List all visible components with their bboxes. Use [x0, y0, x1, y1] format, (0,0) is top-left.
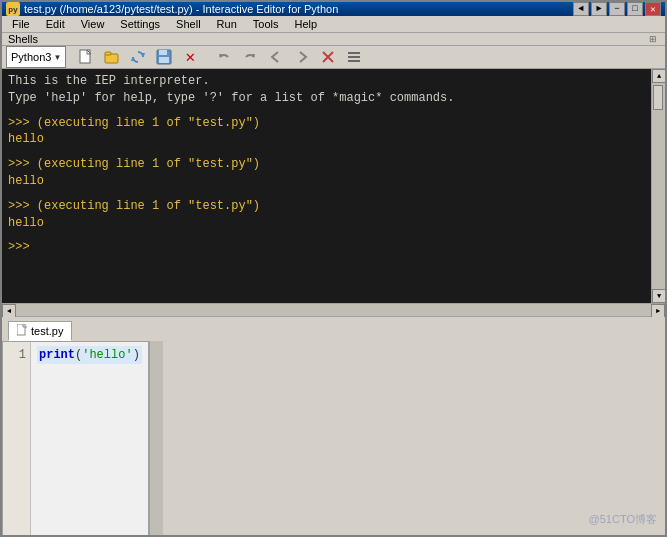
editor-with-scroll: 1 print('hello') — [2, 341, 665, 536]
menu-tools[interactable]: Tools — [245, 16, 287, 32]
menu-run[interactable]: Run — [209, 16, 245, 32]
shell-line-1: Type 'help' for help, type '?' for a lis… — [8, 90, 645, 107]
python-selector[interactable]: Python3 ▼ — [6, 46, 66, 68]
code-content[interactable]: print('hello') — [31, 342, 148, 535]
scroll-down-btn[interactable]: ▼ — [652, 289, 666, 303]
toolbar-new-btn[interactable] — [74, 46, 98, 68]
toolbar-close-btn[interactable]: ✕ — [178, 46, 202, 68]
shell-line-11 — [8, 231, 645, 239]
editor-vscrollbar[interactable] — [149, 341, 163, 536]
line-number-1: 1 — [7, 346, 26, 364]
line-numbers: 1 — [3, 342, 31, 535]
shell-hscrollbar[interactable]: ◄ ► — [2, 303, 665, 317]
toolbar-save-btn[interactable] — [152, 46, 176, 68]
dropdown-arrow-icon: ▼ — [53, 53, 61, 62]
menu-file[interactable]: File — [4, 16, 38, 32]
toolbar-redo-btn[interactable] — [238, 46, 262, 68]
hscroll-right-btn[interactable]: ► — [651, 304, 665, 318]
watermark: @51CTO博客 — [589, 512, 657, 527]
shell-line-10: hello — [8, 215, 645, 232]
shell-line-2 — [8, 107, 645, 115]
shell-line-4: hello — [8, 131, 645, 148]
menu-bar: File Edit View Settings Shell Run Tools … — [2, 16, 665, 33]
editor-tab-testpy[interactable]: test.py — [8, 321, 72, 341]
toolbar: Python3 ▼ ✕ — [2, 46, 665, 69]
scroll-track[interactable] — [652, 83, 665, 289]
hscroll-left-btn[interactable]: ◄ — [2, 304, 16, 318]
svg-rect-8 — [159, 57, 169, 63]
app-icon: py — [6, 2, 20, 16]
shells-bar: Shells ⊞ — [2, 33, 665, 46]
shell-line-6: >>> (executing line 1 of "test.py") — [8, 156, 645, 173]
code-line-1: print('hello') — [37, 346, 142, 364]
code-editor[interactable]: 1 print('hello') — [2, 341, 149, 536]
toolbar-reload-btn[interactable] — [126, 46, 150, 68]
svg-rect-7 — [159, 50, 167, 55]
editor-tabs: test.py — [2, 317, 665, 341]
title-left-btn[interactable]: ◄ — [573, 2, 589, 16]
window-title: test.py (/home/a123/pytest/test.py) - In… — [24, 3, 338, 15]
editor-wrapper: test.py 1 print('hello') — [2, 317, 665, 536]
shell-line-7: hello — [8, 173, 645, 190]
shell-vscrollbar[interactable]: ▲ ▼ — [651, 69, 665, 303]
main-window: py test.py (/home/a123/pytest/test.py) -… — [0, 0, 667, 537]
shell-line-5 — [8, 148, 645, 156]
scroll-up-btn[interactable]: ▲ — [652, 69, 666, 83]
toolbar-back-btn[interactable] — [264, 46, 288, 68]
shell-line-8 — [8, 190, 645, 198]
minimize-button[interactable]: − — [609, 2, 625, 16]
hscroll-track[interactable] — [16, 304, 651, 316]
menu-view[interactable]: View — [73, 16, 113, 32]
shell-line-0: This is the IEP interpreter. — [8, 73, 645, 90]
title-controls: ◄ ► − □ ✕ — [573, 2, 661, 16]
toolbar-undo-btn[interactable] — [212, 46, 236, 68]
maximize-button[interactable]: □ — [627, 2, 643, 16]
shells-label: Shells — [8, 33, 647, 45]
tab-label: test.py — [31, 325, 63, 337]
toolbar-open-btn[interactable] — [100, 46, 124, 68]
tab-file-icon — [17, 324, 27, 338]
toolbar-interrupt-btn[interactable] — [316, 46, 340, 68]
toolbar-menu-btn[interactable] — [342, 46, 366, 68]
title-bar: py test.py (/home/a123/pytest/test.py) -… — [2, 2, 665, 16]
close-button[interactable]: ✕ — [645, 2, 661, 16]
shell-wrapper: This is the IEP interpreter. Type 'help'… — [2, 69, 665, 303]
menu-shell[interactable]: Shell — [168, 16, 208, 32]
shell-line-12: >>> — [8, 239, 645, 256]
menu-edit[interactable]: Edit — [38, 16, 73, 32]
toolbar-forward-btn[interactable] — [290, 46, 314, 68]
shells-resize-icon[interactable]: ⊞ — [647, 33, 659, 45]
shell-line-9: >>> (executing line 1 of "test.py") — [8, 198, 645, 215]
scroll-thumb[interactable] — [653, 85, 663, 110]
svg-rect-16 — [17, 324, 25, 335]
svg-rect-3 — [105, 52, 111, 55]
title-bar-left: py test.py (/home/a123/pytest/test.py) -… — [6, 2, 338, 16]
shell-text-area[interactable]: This is the IEP interpreter. Type 'help'… — [2, 69, 651, 303]
python-label: Python3 — [11, 51, 51, 63]
menu-help[interactable]: Help — [286, 16, 325, 32]
title-right-btn[interactable]: ► — [591, 2, 607, 16]
menu-settings[interactable]: Settings — [112, 16, 168, 32]
code-highlight: print('hello') — [37, 346, 142, 364]
shell-line-3: >>> (executing line 1 of "test.py") — [8, 115, 645, 132]
